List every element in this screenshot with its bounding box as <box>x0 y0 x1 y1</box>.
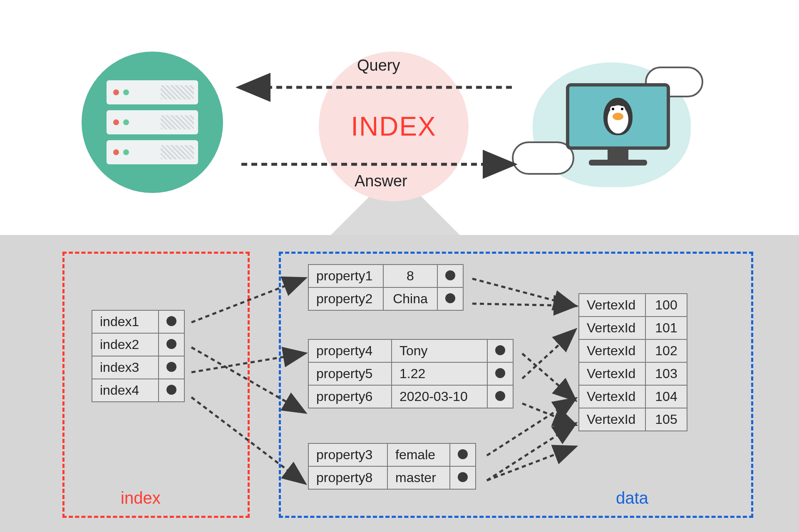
diagram-canvas: INDEX Query Answer <box>0 0 799 532</box>
property-table-c: property3female property8master <box>308 443 476 490</box>
pointer-dot <box>458 472 468 482</box>
table-row: index2 <box>92 333 184 356</box>
table-row: index3 <box>92 356 184 379</box>
pointer-dot <box>445 293 455 303</box>
vertex-table: VertexId100 VertexId101 VertexId102 Vert… <box>578 293 687 431</box>
pointer-dot <box>495 345 505 355</box>
table-row: index1 <box>92 310 184 333</box>
index-table: index1 index2 index3 index4 <box>92 310 185 402</box>
pointer-dot <box>166 339 176 349</box>
pointer-dot <box>495 368 505 378</box>
pointer-dot <box>495 391 505 401</box>
table-row: VertexId101 <box>579 317 687 339</box>
table-row: property4Tony <box>308 339 513 362</box>
penguin-icon <box>599 94 637 139</box>
table-row: VertexId105 <box>579 408 687 431</box>
query-label: Query <box>357 57 400 74</box>
table-row: property2China <box>308 287 463 310</box>
table-row: property18 <box>308 265 463 287</box>
table-row: property3female <box>308 443 476 466</box>
answer-label: Answer <box>355 172 407 190</box>
server-icon <box>82 52 223 193</box>
table-row: property51.22 <box>308 362 513 385</box>
table-row: VertexId100 <box>579 294 687 317</box>
index-circle-label: INDEX <box>351 111 437 142</box>
table-row: VertexId103 <box>579 362 687 385</box>
property-table-b: property4Tony property51.22 property6202… <box>308 339 514 408</box>
table-row: property8master <box>308 466 476 489</box>
table-row: index4 <box>92 379 184 402</box>
bottom-panel: index data index1 index2 index3 index4 p… <box>0 235 799 532</box>
pointer-dot <box>166 316 176 326</box>
table-row: VertexId102 <box>579 339 687 362</box>
pointer-dot <box>458 449 468 459</box>
index-box-label: index <box>121 489 161 507</box>
client-computer-icon <box>520 50 699 195</box>
data-box-label: data <box>616 489 648 507</box>
pointer-dot <box>445 270 455 280</box>
property-table-a: property18 property2China <box>308 264 464 311</box>
pointer-dot <box>166 362 176 372</box>
table-row: VertexId104 <box>579 385 687 408</box>
table-row: property62020-03-10 <box>308 385 513 408</box>
top-area: INDEX Query Answer <box>0 0 799 237</box>
pointer-dot <box>166 385 176 395</box>
